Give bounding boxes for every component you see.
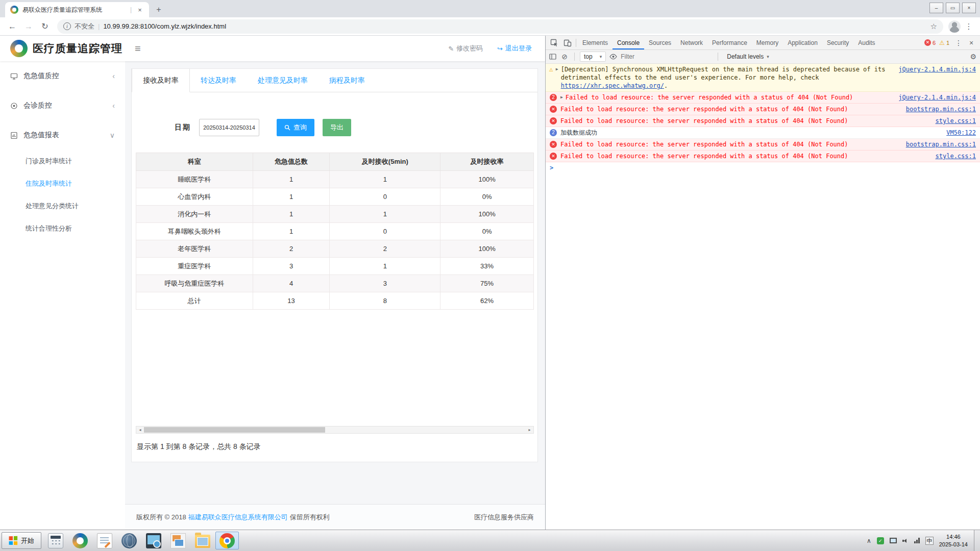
tab-relay-timeliness[interactable]: 转达及时率: [190, 69, 247, 92]
change-password-button[interactable]: 修改密码: [448, 44, 483, 53]
devtools-tab-application[interactable]: Application: [783, 36, 822, 49]
devtools-tab-audits[interactable]: Audits: [853, 36, 879, 49]
edit-icon: [448, 45, 454, 53]
devtools-tab-security[interactable]: Security: [822, 36, 853, 49]
main-content: 接收及时率 转达及时率 处理意见及时率 病程及时率 日期 查询: [125, 61, 545, 530]
show-desktop-button[interactable]: [974, 530, 980, 551]
devtools-tab-console[interactable]: Console: [612, 36, 644, 49]
taskbar-clock[interactable]: 14:46 2025-03-14: [939, 533, 968, 548]
console-source-link[interactable]: VM50:122: [939, 129, 976, 137]
devtools-tab-elements[interactable]: Elements: [578, 36, 612, 49]
taskbar-app-photos[interactable]: [166, 532, 190, 549]
bookmark-star-icon[interactable]: ☆: [930, 22, 937, 31]
sidebar-subitem-outpatient-timeliness[interactable]: 门诊及时率统计: [0, 150, 125, 172]
log-level-selector[interactable]: Default levels ▾: [723, 52, 773, 61]
expand-arrow-icon[interactable]: [560, 93, 563, 102]
live-expression-icon[interactable]: [609, 54, 617, 60]
query-button[interactable]: 查询: [277, 119, 314, 136]
console-filter-input[interactable]: [621, 53, 713, 60]
start-button[interactable]: 开始: [2, 532, 41, 549]
warning-badge-icon[interactable]: ⚠: [939, 39, 945, 46]
window-minimize-button[interactable]: –: [929, 3, 943, 13]
hamburger-menu-icon[interactable]: ≡: [135, 43, 141, 55]
window-maximize-button[interactable]: ▭: [946, 3, 960, 13]
scroll-right-icon[interactable]: ▸: [526, 428, 533, 432]
back-icon[interactable]: ←: [5, 19, 19, 34]
error-badge-icon[interactable]: ✕: [924, 39, 931, 46]
window-close-button[interactable]: ×: [962, 3, 976, 13]
expand-arrow-icon[interactable]: [556, 65, 558, 73]
sidebar-item-critical-value-qc[interactable]: 危急值质控 ‹: [0, 61, 125, 91]
devtools-settings-gear-icon[interactable]: ⚙: [970, 53, 976, 61]
reload-icon[interactable]: ↻: [38, 19, 52, 34]
browser-menu-icon[interactable]: ⋮: [963, 22, 975, 31]
tray-network-icon[interactable]: [914, 538, 920, 543]
device-toolbar-icon[interactable]: [561, 36, 574, 49]
clear-console-icon[interactable]: ⊘: [560, 53, 569, 61]
inspect-element-icon[interactable]: [548, 36, 561, 49]
profile-avatar[interactable]: [948, 20, 961, 33]
console-source-link[interactable]: jQuery-2.1.4.min.js:4: [891, 93, 976, 102]
taskbar-app-screen-capture[interactable]: [142, 532, 165, 549]
devtools-tab-sources[interactable]: Sources: [644, 36, 676, 49]
tab-receive-timeliness[interactable]: 接收及时率: [132, 69, 190, 92]
taskbar-app-notepad[interactable]: [93, 532, 116, 549]
taskbar-app-chrome[interactable]: [215, 532, 239, 549]
horizontal-scrollbar[interactable]: ◂ ▸: [136, 426, 534, 434]
console-message-text: Failed to load resource: the server resp…: [560, 105, 899, 113]
caret-down-icon: ▾: [600, 54, 602, 59]
date-label: 日期: [175, 123, 191, 132]
sidebar-item-critical-value-reports[interactable]: 危急值报表 ∨: [0, 120, 125, 150]
new-tab-button[interactable]: +: [152, 3, 165, 16]
console-source-link[interactable]: style.css:1: [928, 152, 976, 160]
devtools-tab-memory[interactable]: Memory: [752, 36, 783, 49]
devtools-tab-performance[interactable]: Performance: [707, 36, 752, 49]
tab-opinion-timeliness[interactable]: 处理意见及时率: [247, 69, 318, 92]
taskbar-app-ylz[interactable]: [68, 532, 92, 549]
console-source-link[interactable]: bootstrap.min.css:1: [899, 140, 976, 148]
tab-course-timeliness[interactable]: 病程及时率: [318, 69, 376, 92]
warning-icon: [549, 65, 553, 73]
table-row: 心血管内科100%: [136, 188, 534, 206]
devtools-tab-network[interactable]: Network: [676, 36, 707, 49]
tray-display-icon[interactable]: [890, 538, 897, 543]
taskbar-app-folder[interactable]: [191, 532, 214, 549]
console-message-link[interactable]: https://xhr.spec.whatwg.org/: [561, 82, 664, 89]
logout-button[interactable]: 退出登录: [497, 44, 532, 53]
devtools-close-icon[interactable]: ×: [966, 39, 977, 47]
console-source-link[interactable]: jQuery-2.1.4.min.js:4: [891, 65, 976, 73]
sidebar-subitem-inpatient-timeliness[interactable]: 住院及时率统计: [0, 172, 125, 195]
browser-tab[interactable]: 易联众医疗质量追踪管理系统 | ×: [5, 2, 149, 17]
sidebar-subitem-rationality-analysis[interactable]: 统计合理性分析: [0, 217, 125, 240]
date-range-input[interactable]: [199, 119, 259, 136]
site-info-icon[interactable]: i: [63, 22, 71, 30]
scrollbar-thumb[interactable]: [144, 427, 325, 433]
devtools-menu-icon[interactable]: ⋮: [953, 39, 964, 47]
favicon: [10, 6, 18, 14]
taskbar-app-globe[interactable]: [117, 532, 141, 549]
console-source-link[interactable]: style.css:1: [928, 117, 976, 125]
error-icon: [550, 106, 557, 113]
omnibox[interactable]: i 不安全 | 10.99.99.28:8100/com.ylz.wjzk/in…: [57, 19, 943, 34]
tray-security-icon[interactable]: [877, 537, 884, 544]
context-selector[interactable]: top ▾: [580, 52, 606, 62]
console-source-link[interactable]: bootstrap.min.css:1: [899, 105, 976, 113]
info-repeat-badge: 2: [550, 129, 557, 136]
sidebar-subitem-opinion-classification[interactable]: 处理意见分类统计: [0, 195, 125, 217]
company-link[interactable]: 福建易联众医疗信息系统有限公司: [188, 513, 288, 522]
tray-volume-icon[interactable]: [902, 538, 909, 544]
console-sidebar-icon[interactable]: [549, 53, 556, 60]
tray-ime-icon[interactable]: 中: [925, 537, 934, 545]
error-count: 6: [933, 40, 936, 46]
tray-expand-icon[interactable]: ∧: [867, 537, 871, 544]
console-prompt[interactable]: [546, 162, 980, 173]
taskbar-app-calculator[interactable]: [44, 532, 67, 549]
export-button[interactable]: 导出: [323, 119, 351, 136]
forward-icon[interactable]: →: [21, 19, 36, 34]
scroll-left-icon[interactable]: ◂: [136, 428, 144, 432]
console-message-error: Failed to load resource: the server resp…: [546, 104, 980, 115]
sidebar-item-consultation-qc[interactable]: 会诊质控 ‹: [0, 91, 125, 120]
target-icon: [10, 102, 18, 110]
console-message-error: Failed to load resource: the server resp…: [546, 139, 980, 151]
tab-close-icon[interactable]: ×: [136, 6, 144, 14]
